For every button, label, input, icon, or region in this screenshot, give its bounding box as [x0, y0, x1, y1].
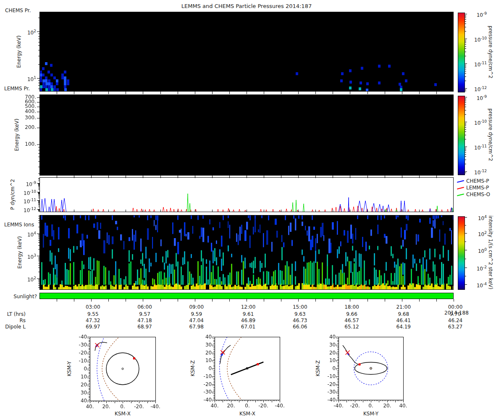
orbit-ytick: 20.	[320, 350, 337, 356]
rs-value: 46.89	[234, 318, 263, 323]
lt-value: 9.63	[285, 311, 315, 317]
colorbar-tick	[465, 122, 467, 122]
colorbar-tick	[465, 19, 466, 20]
p2-ytick: 200.	[15, 124, 36, 130]
colorbar-tick	[465, 69, 466, 69]
lt-value: 9.70	[441, 311, 470, 317]
rs-value: 46.57	[337, 318, 366, 323]
colorbar-tick	[465, 173, 466, 173]
time-hour-label: 12:00	[234, 304, 263, 310]
intensity-colorbar	[458, 216, 465, 290]
colorbar-tick	[465, 250, 467, 250]
colorbar-tick	[465, 127, 466, 128]
p2-ytick: 300.	[15, 115, 36, 121]
colorbar-tick	[465, 171, 467, 172]
lt-value: 9.59	[182, 311, 211, 317]
colorbar-tick	[465, 114, 466, 115]
chems-pressure-spectrogram	[36, 12, 457, 94]
colorbar-tick	[465, 147, 467, 147]
panel3-ylabel: P dyn/cm^2	[10, 179, 16, 210]
legend-line-lemms-p	[457, 187, 464, 189]
time-hour-label: 00:00	[441, 304, 470, 310]
legend-line-chems-p	[457, 180, 464, 183]
orbit-ytick: -40.	[320, 397, 337, 403]
rs-value: 47.18	[130, 318, 159, 323]
panel1-ylabel: Energy (keV)	[16, 35, 22, 68]
colorbar-tick	[465, 107, 466, 107]
orbit-ytick: -30.	[196, 389, 213, 395]
cb4-tick-label: 104	[467, 214, 487, 221]
orbit2-ylabel: KSM-Z	[190, 360, 196, 376]
colorbar-tick	[465, 217, 467, 218]
time-hour-label: 15:00	[285, 304, 315, 310]
cb2-tick-label: 10-9	[467, 94, 487, 101]
orbit-ytick: -20.	[196, 381, 213, 387]
row-label-dipole: Dipole L	[0, 324, 26, 330]
colorbar-tick	[465, 39, 467, 39]
colorbar-tick	[465, 152, 466, 152]
rs-value: 47.32	[78, 318, 108, 323]
colorbar-tick	[465, 40, 466, 40]
colorbar-tick	[465, 63, 467, 64]
p4-ytick: 102	[17, 275, 36, 283]
rs-value: 47.04	[182, 318, 211, 323]
p2-ytick: 100.	[15, 141, 36, 147]
colorbar-tick	[465, 164, 466, 164]
p1-ytick: 101	[17, 75, 36, 82]
colorbar-tick	[465, 24, 466, 24]
colorbar-tick	[465, 102, 466, 103]
colorbar-tick	[465, 16, 466, 17]
orbit-ytick: 40.	[71, 398, 89, 404]
colorbar-tick	[465, 88, 467, 89]
colorbar-tick	[465, 76, 466, 77]
dipole-l-value: 68.97	[130, 324, 159, 330]
row-label-lt: LT (hrs)	[0, 311, 26, 317]
colorbar-tick	[465, 124, 466, 125]
colorbar-tick	[465, 14, 467, 14]
panel2-label: LEMMS Pr.	[4, 86, 30, 92]
cb4-tick-label: 102	[467, 230, 487, 237]
orbit-ytick: 20.	[71, 382, 89, 388]
time-hour-label: 18:00	[337, 304, 366, 310]
colorbar-tick	[465, 100, 466, 100]
colorbar-tick	[465, 123, 466, 123]
orbit-ytick: 10.	[71, 374, 89, 380]
dipole-l-value: 67.98	[182, 324, 211, 330]
orbit-ytick: -40.	[196, 397, 213, 403]
colorbar-tick	[465, 67, 466, 68]
orbit-plot-ksmx-ksmy	[84, 333, 160, 407]
colorbar4-label: intensity 1/(s cm^2 ster keV)	[488, 215, 494, 289]
colorbar-tick	[465, 65, 466, 65]
figure-root: LEMMS and CHEMS Particle Pressures 2014:…	[0, 0, 504, 420]
cb2-tick-label: 10-10	[467, 118, 487, 126]
dipole-l-value: 63.27	[441, 324, 470, 330]
orbit-ytick: -20.	[71, 350, 89, 356]
sunlight-bar	[39, 293, 454, 299]
time-axis-ticks	[36, 299, 457, 303]
row-label-rs: Rs	[0, 318, 26, 323]
orbit-ytick: 30.	[320, 342, 337, 348]
colorbar-tick	[465, 73, 466, 74]
orbit-ytick: 0.	[320, 365, 337, 371]
orbit-ytick: 0.	[196, 365, 213, 371]
orbit-xtick: 20.	[222, 403, 240, 409]
orbit-ytick: 40.	[196, 334, 213, 340]
colorbar-tick	[465, 98, 466, 99]
colorbar-tick	[465, 139, 466, 139]
orbit-xtick: 20.	[97, 404, 116, 410]
legend-label-chems-o: CHEMS-O	[466, 192, 490, 197]
colorbar2-label: pressure dyne/cm^2	[488, 108, 494, 161]
lt-value: 9.68	[389, 311, 418, 317]
orbit-ytick: 40.	[320, 334, 337, 340]
dipole-l-value: 64.19	[389, 324, 418, 330]
cb1-tick-label: 10-12	[467, 85, 487, 92]
colorbar-tick	[465, 41, 466, 42]
colorbar-tick	[465, 101, 466, 101]
orbit-ytick: -40.	[71, 334, 89, 340]
colorbar-tick	[465, 160, 466, 160]
orbit-ytick: -30.	[320, 389, 337, 395]
panel1-label: CHEMS Pr.	[5, 8, 31, 13]
colorbar-tick	[465, 42, 466, 43]
time-hour-label: 09:00	[182, 304, 211, 310]
cb1-tick-label: 10-11	[467, 60, 487, 68]
